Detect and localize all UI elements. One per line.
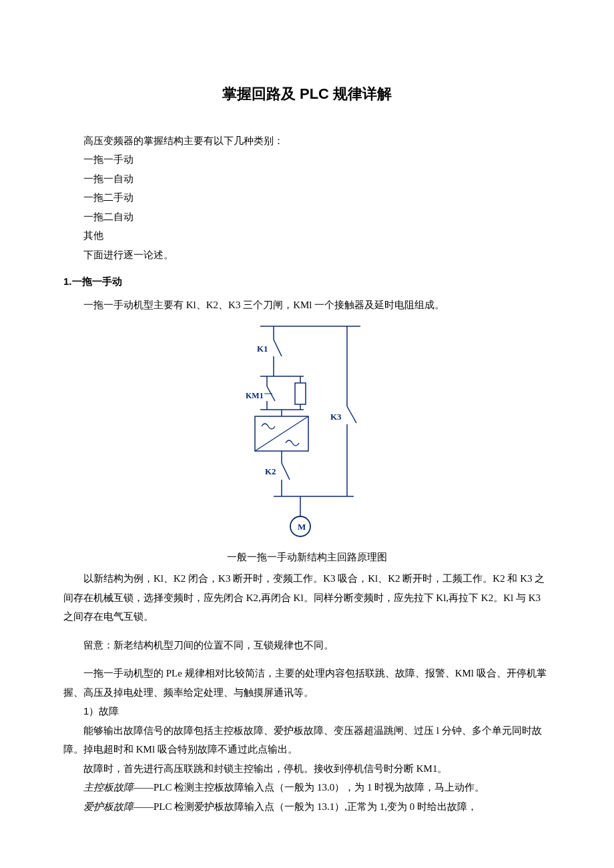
svg-text:K2: K2: [265, 466, 276, 476]
svg-rect-13: [295, 383, 306, 404]
paragraph: 主控板故障——PLC 检测主控板故障输入点（一般为 13.0），为 1 时视为故…: [63, 778, 551, 797]
svg-text:K3: K3: [330, 412, 342, 422]
intro-line: 高压变频器的掌握结构主要有以下几种类别：: [63, 131, 551, 151]
intro-item: 一拖二手动: [63, 188, 551, 207]
paragraph: 能够输出故障信号的故障包括主控板故障、爱护板故障、变压器超温跳闸、过压 l 分钟…: [63, 721, 551, 759]
circuit-diagram: K1 KM1 K2 K3 M: [63, 320, 551, 546]
intro-item: 一拖一自动: [63, 169, 551, 189]
svg-text:M: M: [298, 522, 306, 532]
svg-line-23: [347, 406, 356, 423]
intro-block: 高压变频器的掌握结构主要有以下几种类别： 一拖一手动 一拖一自动 一拖二手动 一…: [63, 131, 551, 265]
intro-line: 下面进行逐一论述。: [63, 246, 551, 265]
diagram-caption: 一般一拖一手动新结构主回路原理图: [63, 548, 551, 567]
paragraph: 留意：新老结构机型刀间的位置不同，互锁规律也不同。: [63, 636, 551, 655]
document-title: 掌握回路及 PLC 规律详解: [63, 80, 551, 108]
paragraph: 爱护板故障——PLC 检测爱护板故障输入点（一般为 13.1）,正常为 1,变为…: [63, 797, 551, 817]
paragraph: 一拖一手动机型的 PLe 规律相对比较简洁，主要的处理内容包括联跳、故障、报警、…: [63, 664, 551, 702]
intro-item: 一拖二自动: [63, 207, 551, 227]
intro-item: 一拖一手动: [63, 150, 551, 169]
paragraph: 一拖一手动机型主要有 Kl、K2、K3 三个刀闸，KMl 一个接触器及延时电阻组…: [63, 296, 551, 315]
intro-item: 其他: [63, 226, 551, 246]
sub-heading: 1）故障: [63, 702, 551, 721]
svg-text:KM1: KM1: [246, 391, 264, 400]
section-heading: 1.一拖一手动: [63, 272, 551, 292]
svg-line-18: [255, 416, 308, 451]
paragraph: 故障时，首先进行高压联跳和封锁主控输出，停机。接收到停机信号时分断 KM1。: [63, 759, 551, 779]
paragraph: 以新结构为例，Kl、K2 闭合，K3 断开时，变频工作。K3 吸合，Kl、K2 …: [63, 569, 551, 626]
svg-line-3: [274, 340, 282, 356]
svg-line-20: [282, 463, 290, 480]
svg-text:K1: K1: [257, 344, 268, 354]
